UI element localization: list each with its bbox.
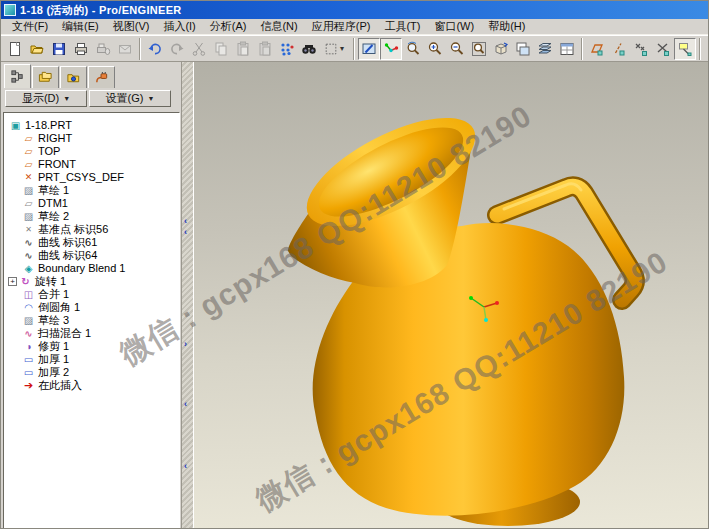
thicken-icon: ▭	[22, 354, 35, 366]
zoom-refit-button[interactable]	[468, 38, 490, 60]
selection-filter-button[interactable]: ▾	[320, 38, 350, 60]
tree-item-thicken2[interactable]: ▭加厚 2	[8, 366, 179, 379]
reorient-view-button[interactable]	[490, 38, 512, 60]
tree-item-round[interactable]: ◠倒圆角 1	[8, 301, 179, 314]
orient-mode-icon	[405, 41, 421, 57]
csys-toggle[interactable]	[652, 38, 674, 60]
navigator-sash[interactable]: ‹ ‹ › ‹ ‹	[181, 62, 194, 529]
tree-item-merge[interactable]: ◫合并 1	[8, 288, 179, 301]
round-icon: ◠	[22, 302, 35, 314]
export-document-button[interactable]	[92, 38, 114, 60]
cut-button[interactable]	[188, 38, 210, 60]
menu-tools[interactable]: 工具(T)	[377, 18, 427, 35]
paste-button[interactable]	[232, 38, 254, 60]
title-bar[interactable]: 1-18 (活动的) - Pro/ENGINEER	[1, 1, 708, 19]
tree-item-curve61[interactable]: ∿曲线 标识61	[8, 236, 179, 249]
menu-file[interactable]: 文件(F)	[5, 18, 55, 35]
print-button[interactable]	[70, 38, 92, 60]
csys-icon	[655, 41, 671, 57]
annotations-toggle[interactable]	[674, 38, 696, 60]
settings-button-label: 设置(G)	[106, 91, 144, 106]
datum-axes-toggle[interactable]	[608, 38, 630, 60]
save-icon	[51, 41, 67, 57]
datum-planes-toggle[interactable]	[586, 38, 608, 60]
menu-edit[interactable]: 编辑(E)	[55, 18, 106, 35]
tree-item-sketch2[interactable]: ▨草绘 2	[8, 210, 179, 223]
tree-item-boundary-blend[interactable]: ◈Boundary Blend 1	[8, 262, 179, 275]
menu-applications[interactable]: 应用程序(P)	[305, 18, 378, 35]
tree-item-swept-blend[interactable]: ∿扫描混合 1	[8, 327, 179, 340]
menu-help[interactable]: 帮助(H)	[481, 18, 532, 35]
settings-dropdown-button[interactable]: 设置(G)▼	[89, 90, 171, 107]
send-email-button[interactable]	[114, 38, 136, 60]
sketch-icon: ▨	[22, 185, 35, 197]
tab-connections[interactable]	[88, 66, 115, 88]
paste-special-icon	[257, 41, 273, 57]
zoom-out-button[interactable]	[446, 38, 468, 60]
tree-item-top[interactable]: ▱TOP	[8, 145, 179, 158]
sash-arrow-icon[interactable]: ‹	[184, 400, 187, 408]
open-file-button[interactable]	[26, 38, 48, 60]
datum-plane-icon: ▱	[22, 198, 35, 210]
tree-item-front[interactable]: ▱FRONT	[8, 158, 179, 171]
orient-mode-button[interactable]	[402, 38, 424, 60]
regenerate-button[interactable]	[276, 38, 298, 60]
view-manager-button[interactable]	[556, 38, 578, 60]
paste-special-button[interactable]	[254, 38, 276, 60]
tree-item-thicken1[interactable]: ▭加厚 1	[8, 353, 179, 366]
menu-window[interactable]: 窗口(W)	[427, 18, 481, 35]
annotation-icon	[677, 41, 693, 57]
repaint-button[interactable]	[358, 38, 380, 60]
new-file-button[interactable]	[4, 38, 26, 60]
layers-button[interactable]	[534, 38, 556, 60]
sash-arrow-icon[interactable]: ‹	[184, 462, 187, 470]
spin-center-button[interactable]	[380, 38, 402, 60]
tree-item-datum-point[interactable]: ✕基准点 标识56	[8, 223, 179, 236]
reorient-icon	[493, 41, 509, 57]
show-dropdown-button[interactable]: 显示(D)▼	[5, 90, 87, 107]
tab-favorites[interactable]	[60, 66, 87, 88]
menu-bar: 文件(F) 编辑(E) 视图(V) 插入(I) 分析(A) 信息(N) 应用程序…	[1, 19, 708, 35]
tree-item-right[interactable]: ▱RIGHT	[8, 132, 179, 145]
save-file-button[interactable]	[48, 38, 70, 60]
tree-item-sketch3[interactable]: ▨草绘 3	[8, 314, 179, 327]
redo-button[interactable]	[166, 38, 188, 60]
tree-item-sketch1[interactable]: ▨草绘 1	[8, 184, 179, 197]
menu-view[interactable]: 视图(V)	[106, 18, 157, 35]
app-icon	[4, 4, 16, 16]
tree-item-curve64[interactable]: ∿曲线 标识64	[8, 249, 179, 262]
tree-item-trim[interactable]: ◑修剪 1	[8, 340, 179, 353]
tree-item-revolve[interactable]: +↻旋转 1	[8, 275, 179, 288]
datum-point-icon	[633, 41, 649, 57]
undo-button[interactable]	[144, 38, 166, 60]
tree-item-csys[interactable]: ✕PRT_CSYS_DEF	[8, 171, 179, 184]
tree-item-part-root[interactable]: ▣1-18.PRT	[8, 119, 179, 132]
tab-model-tree[interactable]	[4, 64, 31, 88]
menu-info[interactable]: 信息(N)	[253, 18, 304, 35]
sketch-icon: ▨	[22, 315, 35, 327]
copy-button[interactable]	[210, 38, 232, 60]
sash-arrow-icon[interactable]: ›	[184, 340, 187, 348]
sash-arrow-icon[interactable]: ‹	[184, 228, 187, 236]
menu-insert[interactable]: 插入(I)	[156, 18, 202, 35]
saved-views-button[interactable]	[512, 38, 534, 60]
graphics-viewport[interactable]	[194, 62, 708, 529]
tree-item-insert-here[interactable]: ➔在此插入	[8, 379, 179, 392]
main-area: 显示(D)▼ 设置(G)▼ ▣1-18.PRT ▱RIGHT ▱TOP ▱FRO…	[1, 62, 708, 529]
zoom-in-button[interactable]	[424, 38, 446, 60]
export-icon	[95, 41, 111, 57]
zoom-refit-icon	[471, 41, 487, 57]
sash-arrow-icon[interactable]: ‹	[184, 217, 187, 225]
tree-item-dtm1[interactable]: ▱DTM1	[8, 197, 179, 210]
expand-icon[interactable]: +	[8, 277, 17, 286]
view-manager-icon	[559, 41, 575, 57]
datum-plane-icon: ▱	[22, 146, 35, 158]
repaint-icon	[361, 41, 377, 57]
chevron-down-icon: ▼	[63, 95, 70, 102]
menu-analysis[interactable]: 分析(A)	[203, 18, 254, 35]
toolbar-separator	[581, 38, 583, 60]
tab-folder-browser[interactable]	[32, 66, 59, 88]
datum-points-toggle[interactable]	[630, 38, 652, 60]
select-items-button[interactable]	[704, 38, 709, 60]
find-button[interactable]	[298, 38, 320, 60]
